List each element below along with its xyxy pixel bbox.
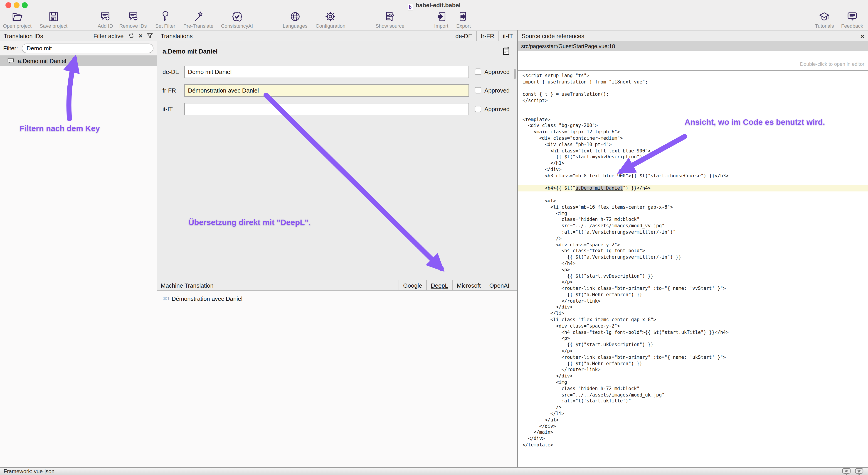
translation-input-fr-FR[interactable] bbox=[184, 84, 469, 97]
language-label: it-IT bbox=[162, 106, 173, 112]
translations-scrollbar-thumb[interactable] bbox=[514, 69, 516, 79]
open-project-button[interactable]: Open project bbox=[3, 11, 32, 30]
code-line bbox=[518, 192, 868, 198]
approved-checkbox-fr-FR[interactable] bbox=[475, 87, 481, 94]
code-line: src="../../assets/images/mood_uk.jpg" bbox=[518, 392, 868, 398]
toolbar-label: Add ID bbox=[98, 23, 113, 29]
mt-provider-deepl[interactable]: DeepL bbox=[426, 280, 453, 291]
toolbar-label: Feedback bbox=[841, 23, 863, 29]
code-line: </ul> bbox=[518, 417, 868, 423]
translation-ids-header: Translation IDs Filter active × bbox=[0, 30, 157, 41]
filter-label: Filter: bbox=[3, 45, 18, 52]
document-eye-icon bbox=[384, 11, 396, 22]
code-line: <img bbox=[518, 379, 868, 386]
tutorials-button[interactable]: Tutorials bbox=[815, 11, 834, 30]
approved-checkbox-it-IT[interactable] bbox=[475, 106, 481, 112]
annotation-filter-text: Filtern nach dem Key bbox=[20, 124, 100, 133]
mt-shortcut-badge: ⌘1 bbox=[162, 296, 172, 301]
filter-input[interactable] bbox=[22, 43, 153, 53]
code-line: <div class="container-medium"> bbox=[518, 135, 868, 141]
mt-provider-microsoft[interactable]: Microsoft bbox=[452, 280, 485, 291]
code-line: </script> bbox=[518, 98, 868, 104]
magic-wand-icon bbox=[193, 11, 204, 22]
fuzzy-match-bubble-icon[interactable] bbox=[842, 468, 851, 475]
clear-filter-icon[interactable]: × bbox=[138, 33, 143, 39]
code-line: class="hidden h-72 md:block" bbox=[518, 217, 868, 223]
document-arrow-in-icon bbox=[436, 11, 447, 22]
show-source-button[interactable]: Show source bbox=[375, 11, 404, 30]
pre-translate-button[interactable]: Pre-Translate bbox=[183, 11, 213, 30]
language-tab-it-IT[interactable]: it-IT bbox=[498, 31, 517, 41]
toolbar-label: Export bbox=[456, 23, 471, 29]
code-line: </router-link> bbox=[518, 367, 868, 373]
code-line: </router-link> bbox=[518, 298, 868, 304]
mt-result-row[interactable]: ⌘1 Démonstration avec Daniel bbox=[157, 294, 517, 303]
highlighted-translation-key[interactable]: a.Demo mit Daniel bbox=[576, 186, 623, 191]
code-line: class="hidden h-72 md:block" bbox=[518, 386, 868, 392]
translation-id-label: a.Demo mit Daniel bbox=[18, 57, 66, 64]
translation-input-it-IT[interactable] bbox=[184, 103, 469, 115]
source-reference-item[interactable]: src/pages/start/GuestStartPage.vue:18 bbox=[518, 41, 868, 51]
code-line bbox=[518, 104, 868, 110]
language-label: de-DE bbox=[162, 68, 179, 75]
code-line: const { t } = useTranslation(); bbox=[518, 92, 868, 98]
code-line: <script setup lang="ts"> bbox=[518, 73, 868, 79]
translations-header: Translations de-DE fr-FR it-IT bbox=[157, 30, 517, 41]
mt-provider-google[interactable]: Google bbox=[399, 280, 426, 291]
entry-title: a.Demo mit Daniel bbox=[162, 48, 218, 55]
code-line bbox=[518, 85, 868, 92]
code-line: <li class="mb-16 flex items-center gap-x… bbox=[518, 204, 868, 210]
speech-bubble-icon bbox=[846, 11, 858, 22]
toolbar-label: Configuration bbox=[316, 23, 345, 29]
globe-icon bbox=[289, 11, 301, 22]
document-arrow-out-icon bbox=[458, 11, 469, 22]
code-line: </div> bbox=[518, 167, 868, 173]
export-button[interactable]: Export bbox=[456, 11, 471, 30]
language-tab-de-DE[interactable]: de-DE bbox=[451, 31, 476, 41]
code-line: </p> bbox=[518, 279, 868, 285]
approved-label: Approved bbox=[485, 68, 509, 75]
notes-icon[interactable] bbox=[503, 47, 509, 57]
translation-id-list-item[interactable]: a.Demo mit Daniel bbox=[0, 56, 157, 66]
remove-ids-button[interactable]: Remove IDs bbox=[119, 11, 147, 30]
code-line: </div> bbox=[518, 423, 868, 430]
filter-funnel-icon[interactable] bbox=[147, 33, 153, 39]
window-title: bbabel-edit.babel bbox=[0, 2, 868, 10]
code-line: <main class="lg:px-12 lg:pb-6"> bbox=[518, 129, 868, 135]
code-line: </li> bbox=[518, 310, 868, 317]
panel-title: Source code references bbox=[522, 32, 860, 39]
refresh-icon[interactable] bbox=[128, 33, 134, 39]
toolbar-label: Import bbox=[434, 23, 448, 29]
starred-badge-icon[interactable] bbox=[855, 468, 864, 475]
add-id-button[interactable]: Add ID bbox=[98, 11, 113, 30]
toolbar-label: Save project bbox=[40, 23, 67, 29]
code-line: </div> bbox=[518, 304, 868, 310]
folder-open-icon bbox=[11, 11, 23, 22]
consistency-ai-button[interactable]: ConsistencyAI bbox=[221, 11, 253, 30]
code-line: </h1> bbox=[518, 160, 868, 167]
code-line: </li> bbox=[518, 411, 868, 417]
source-reference-path: src/pages/start/GuestStartPage.vue:18 bbox=[521, 43, 615, 49]
save-project-button[interactable]: Save project bbox=[40, 11, 67, 30]
languages-button[interactable]: Languages bbox=[283, 11, 308, 30]
code-line bbox=[518, 110, 868, 116]
source-code-view[interactable]: <script setup lang="ts">import { useTran… bbox=[518, 73, 868, 467]
feedback-button[interactable]: Feedback bbox=[841, 11, 863, 30]
code-line: <p> bbox=[518, 336, 868, 342]
close-panel-icon[interactable]: × bbox=[860, 32, 864, 40]
configuration-button[interactable]: Configuration bbox=[316, 11, 345, 30]
code-line: <img bbox=[518, 210, 868, 217]
translation-input-de-DE[interactable] bbox=[184, 66, 469, 78]
status-bar: Framework: vue-json bbox=[0, 467, 868, 475]
comment-bubble-icon bbox=[7, 58, 14, 64]
filter-row: Filter: bbox=[0, 41, 157, 56]
language-tab-fr-FR[interactable]: fr-FR bbox=[476, 31, 498, 41]
set-filter-button[interactable]: Set Filter bbox=[155, 11, 175, 30]
mt-provider-openai[interactable]: OpenAI bbox=[485, 280, 514, 291]
language-label: fr-FR bbox=[162, 87, 176, 94]
annotation-deepl-text: Übersetzung direkt mit "DeepL". bbox=[188, 218, 311, 227]
code-line: <li class="flex items-center gap-x-8"> bbox=[518, 317, 868, 323]
import-button[interactable]: Import bbox=[434, 11, 448, 30]
toolbar-label: Languages bbox=[283, 23, 308, 29]
approved-checkbox-de-DE[interactable] bbox=[475, 68, 481, 75]
